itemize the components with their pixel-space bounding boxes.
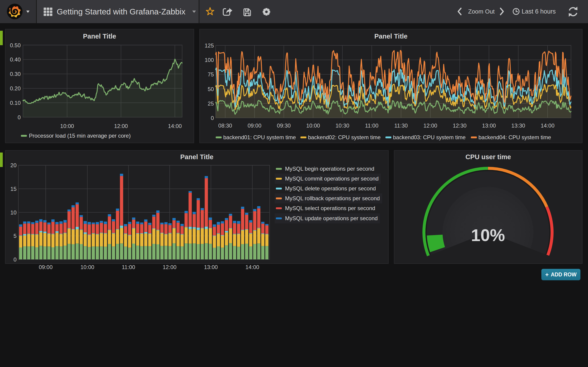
svg-text:11:00: 11:00: [122, 264, 135, 270]
svg-text:12:00: 12:00: [163, 264, 176, 270]
svg-text:09:00: 09:00: [39, 264, 52, 270]
svg-text:14:00: 14:00: [246, 264, 259, 270]
svg-text:10:00: 10:00: [80, 264, 94, 270]
svg-text:13:00: 13:00: [204, 264, 218, 270]
